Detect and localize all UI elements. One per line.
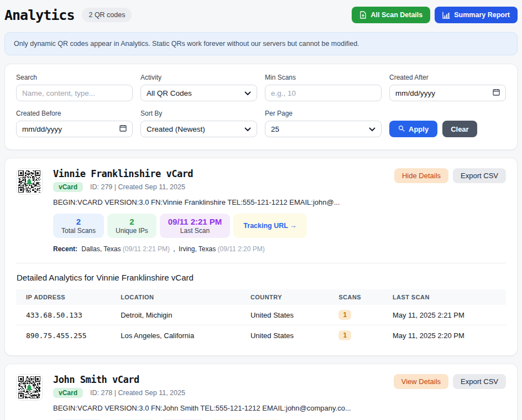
card-actions: Hide Details Export CSV [394, 168, 506, 183]
chevron-down-icon [369, 125, 375, 133]
notice-banner: Only dynamic QR codes appear in Analytic… [4, 32, 518, 55]
col-ip-address: IP ADDRESS [16, 289, 114, 305]
country-cell: United States [244, 305, 332, 325]
hide-details-button[interactable]: Hide Details [394, 168, 448, 183]
search-icon [398, 125, 405, 133]
top-bar: Analytics 2 QR codes All Scan Details Su… [4, 7, 518, 23]
created-before-value: mm/dd/yyyy [22, 125, 119, 133]
qr-card: Vinnie Franklinshire vCard vCard ID: 279… [4, 158, 518, 356]
qr-meta: ID: 278 | Created Sep 11, 2025 [90, 389, 185, 397]
chevron-down-icon [244, 89, 251, 97]
created-before-input[interactable]: mm/dd/yyyy [16, 121, 133, 137]
scan-details-table: IP ADDRESS LOCATION COUNTRY SCANS LAST S… [16, 289, 506, 345]
tracking-url-link[interactable]: Tracking URL → [243, 222, 296, 230]
scan-count-badge: 1 [338, 310, 351, 320]
analytics-page: Analytics 2 QR codes All Scan Details Su… [0, 0, 522, 420]
type-badge: vCard [53, 182, 83, 192]
col-last-scan: LAST SCAN [386, 289, 506, 305]
last-scan-cell: May 11, 2025 2:21 PM [386, 305, 506, 325]
card-actions: View Details Export CSV [394, 374, 506, 389]
qr-title: Vinnie Franklinshire vCard [53, 168, 385, 179]
sort-by-select[interactable]: Created (Newest) [140, 121, 257, 137]
sort-by-value: Created (Newest) [147, 125, 244, 133]
file-icon [359, 11, 367, 19]
qr-card: John Smith vCard vCard ID: 278 | Created… [4, 364, 518, 420]
tracking-url-box: Tracking URL → [233, 214, 306, 238]
col-scans: SCANS [332, 289, 385, 305]
search-input[interactable] [16, 85, 133, 101]
table-row: 433.68.50.133 Detroit, Michigin United S… [16, 305, 506, 325]
created-after-input[interactable]: mm/dd/yyyy [389, 85, 506, 101]
scans-cell: 1 [332, 305, 385, 325]
export-csv-button[interactable]: Export CSV [453, 374, 506, 389]
detailed-analytics-section: Detailed Analytics for Vinnie Franklinsh… [16, 263, 506, 345]
total-scans-stat: 2 Total Scans [53, 214, 104, 238]
country-cell: United States [244, 325, 332, 346]
calendar-icon [493, 89, 500, 97]
per-page-value: 25 [271, 125, 369, 133]
all-scan-details-button[interactable]: All Scan Details [352, 7, 430, 23]
qr-code-thumbnail [16, 168, 43, 195]
filter-panel: Search Activity All QR Codes Min Scans C… [4, 64, 518, 150]
view-details-button[interactable]: View Details [394, 374, 448, 389]
notice-text: Only dynamic QR codes appear in Analytic… [14, 40, 359, 48]
clear-button[interactable]: Clear [442, 121, 477, 137]
qr-content: BEGIN:VCARD VERSION:3.0 FN:John Smith TE… [53, 404, 385, 412]
qr-pattern-icon [18, 376, 40, 398]
last-scan-cell: May 11, 2025 2:20 PM [386, 325, 506, 346]
qr-meta: ID: 279 | Created Sep 11, 2025 [90, 183, 185, 191]
ip-cell: 433.68.50.133 [16, 305, 114, 325]
min-scans-label: Min Scans [265, 74, 382, 81]
min-scans-field: Min Scans [265, 74, 382, 101]
sort-by-label: Sort By [140, 110, 257, 117]
unique-ips-stat: 2 Unique IPs [107, 214, 156, 238]
all-scan-details-label: All Scan Details [370, 11, 422, 19]
min-scans-input[interactable] [265, 85, 382, 101]
created-after-value: mm/dd/yyyy [395, 89, 493, 97]
bar-chart-icon [442, 12, 450, 19]
qr-code-thumbnail [16, 374, 43, 401]
created-after-field: Created After mm/dd/yyyy [389, 74, 506, 101]
scans-cell: 1 [332, 325, 385, 346]
col-location: LOCATION [114, 289, 244, 305]
last-scan-stat: 09/11 2:21 PM Last Scan [160, 214, 231, 238]
qr-title: John Smith vCard [53, 374, 385, 385]
calendar-icon [119, 125, 127, 133]
per-page-select[interactable]: 25 [265, 121, 382, 137]
search-label: Search [16, 74, 133, 81]
stats-row: 2 Total Scans 2 Unique IPs 09/11 2:21 PM… [53, 214, 385, 238]
recent-scans-line: Recent: Dallas, Texas (09/11 2:21 PM) , … [53, 245, 385, 253]
summary-report-label: Summary Report [454, 11, 510, 19]
created-before-field: Created Before mm/dd/yyyy [16, 110, 133, 137]
scan-count-badge: 1 [338, 330, 351, 340]
qr-pattern-icon [18, 170, 40, 193]
details-heading: Detailed Analytics for Vinnie Franklinsh… [17, 273, 506, 282]
activity-value: All QR Codes [147, 89, 244, 97]
top-actions: All Scan Details Summary Report [352, 7, 518, 23]
col-country: COUNTRY [244, 289, 332, 305]
search-field: Search [16, 74, 133, 101]
created-after-label: Created After [389, 74, 506, 81]
created-before-label: Created Before [16, 110, 133, 117]
filter-actions: Apply Clear [389, 110, 506, 137]
activity-label: Activity [140, 74, 257, 81]
qr-count-badge: 2 QR codes [82, 8, 132, 22]
activity-field: Activity All QR Codes [140, 74, 257, 101]
type-badge: vCard [53, 388, 83, 398]
apply-button[interactable]: Apply [389, 121, 437, 137]
table-row: 890.75.455.255 Los Angeles, California U… [16, 325, 506, 346]
sort-by-field: Sort By Created (Newest) [140, 110, 257, 137]
per-page-field: Per Page 25 [265, 110, 382, 137]
location-cell: Detroit, Michigin [114, 305, 244, 325]
export-csv-button[interactable]: Export CSV [453, 168, 506, 183]
location-cell: Los Angeles, California [114, 325, 244, 346]
ip-cell: 890.75.455.255 [16, 325, 114, 346]
page-title: Analytics [4, 7, 74, 23]
qr-content: BEGIN:VCARD VERSION:3.0 FN:Vinnie Frankl… [53, 198, 385, 206]
chevron-down-icon [244, 125, 251, 133]
per-page-label: Per Page [265, 110, 382, 117]
summary-report-button[interactable]: Summary Report [435, 7, 518, 23]
activity-select[interactable]: All QR Codes [140, 85, 257, 101]
apply-label: Apply [409, 125, 429, 133]
